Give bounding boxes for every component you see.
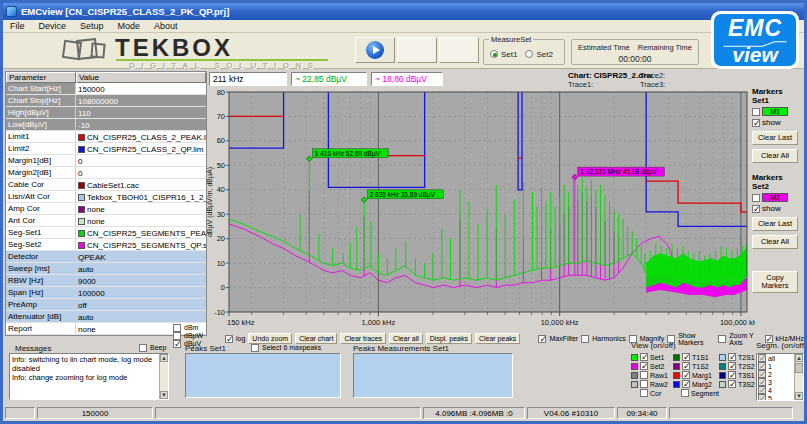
beep-checkbox-row[interactable]: Beep: [139, 344, 166, 351]
select-maxpeaks-row[interactable]: Select 6 maxpeaks: [251, 344, 321, 351]
parameter-row[interactable]: Amp Cornone: [6, 203, 206, 215]
view-toggle-set1[interactable]: Set1: [631, 353, 673, 361]
checkbox[interactable]: [682, 362, 690, 370]
segments-listbox[interactable]: all12345 ▲ ▼: [756, 353, 804, 401]
checkbox[interactable]: [752, 194, 760, 202]
view-toggle-set2[interactable]: Set2: [631, 362, 673, 370]
parameter-row[interactable]: Chart Stop[Hz]108000000: [6, 95, 206, 107]
parameter-row[interactable]: RBW [Hz]9000: [6, 275, 206, 287]
checkbox[interactable]: [752, 205, 760, 213]
log-checkbox-row[interactable]: log: [225, 335, 245, 342]
view-toggle-t2s2[interactable]: T2S2: [719, 362, 751, 370]
menu-item-device[interactable]: Device: [32, 21, 74, 31]
parameter-value[interactable]: auto: [76, 311, 206, 322]
parameter-row[interactable]: Ant Cornone: [6, 215, 206, 227]
peaks-measurements-listbox[interactable]: [353, 353, 513, 398]
parameter-value[interactable]: auto: [76, 263, 206, 274]
view-toggle-t3s2[interactable]: T3S2: [719, 380, 751, 388]
parameter-row[interactable]: Margin1[dB]0: [6, 155, 206, 167]
chart-option-maxfilter[interactable]: MaxFilter: [538, 335, 578, 342]
checkbox[interactable]: [640, 362, 648, 370]
peaks-set1-listbox[interactable]: [185, 353, 341, 398]
checkbox[interactable]: [640, 371, 648, 379]
displ-peaks-button[interactable]: Displ. peaks: [426, 333, 472, 344]
checkbox[interactable]: [728, 371, 736, 379]
view-toggle-segment[interactable]: Segment: [673, 389, 719, 397]
markers-set1-clear-all-button[interactable]: Clear All: [752, 149, 798, 163]
checkbox[interactable]: [682, 371, 690, 379]
title-bar[interactable]: EMCview [CN_CISPR25_CLASS_2_PK_QP.prj]: [3, 3, 804, 20]
parameter-value[interactable]: CN_CISPR25_CLASS_2_QP.lim: [76, 143, 206, 154]
parameter-value[interactable]: Tekbox_TBOH01_CISPR16_1_2_A_B.lsc: [76, 191, 206, 202]
parameter-value[interactable]: QPEAK: [76, 251, 206, 262]
checkbox[interactable]: [640, 389, 648, 397]
checkbox[interactable]: [728, 380, 736, 388]
parameter-row[interactable]: Margin2[dB]0: [6, 167, 206, 179]
checkbox[interactable]: [640, 380, 648, 388]
menu-item-file[interactable]: File: [3, 21, 32, 31]
radio-set1[interactable]: Set1: [490, 50, 517, 59]
parameter-value[interactable]: 0: [76, 167, 206, 178]
start-measurement-button[interactable]: [355, 37, 395, 63]
clear-chart-button[interactable]: Clear chart: [295, 333, 337, 344]
radio-set2[interactable]: Set2: [525, 50, 552, 59]
stop-button[interactable]: [439, 37, 479, 63]
view-toggle-t2s1[interactable]: T2S1: [719, 353, 751, 361]
checkbox[interactable]: [682, 353, 690, 361]
parameter-value[interactable]: none: [76, 203, 206, 214]
parameter-value[interactable]: 150000: [76, 83, 206, 94]
copy-markers-button[interactable]: Copy Markers: [752, 271, 798, 293]
parameter-value[interactable]: 110: [76, 107, 206, 118]
messages-listbox[interactable]: Info: switching to lin chart mode, log m…: [9, 353, 169, 400]
parameter-row[interactable]: Seg-Set2CN_CISPR25_SEGMENTS_QP.seg: [6, 239, 206, 251]
checkbox[interactable]: [581, 335, 589, 343]
scroll-up-icon[interactable]: ▲: [160, 354, 168, 362]
checkbox[interactable]: [173, 340, 181, 348]
parameter-row[interactable]: Limit1CN_CISPR25_CLASS_2_PEAK.lim: [6, 131, 206, 143]
view-toggle-t3s1[interactable]: T3S1: [719, 371, 751, 379]
markers-set2-clear-last-button[interactable]: Clear Last: [752, 217, 798, 231]
checkbox[interactable]: [225, 335, 233, 343]
marker-set2-row[interactable]: M2: [752, 193, 807, 202]
parameter-row[interactable]: High[dBµV]110: [6, 107, 206, 119]
menu-item-mode[interactable]: Mode: [111, 21, 148, 31]
parameter-value[interactable]: CN_CISPR25_CLASS_2_PEAK.lim: [76, 131, 206, 142]
beep-checkbox[interactable]: [139, 344, 147, 352]
view-toggle-marg1[interactable]: Marg1: [673, 371, 719, 379]
segments-scrollbar[interactable]: ▲ ▼: [794, 354, 803, 400]
markers-set2-clear-all-button[interactable]: Clear All: [752, 235, 798, 249]
markers-set1-clear-last-button[interactable]: Clear Last: [752, 131, 798, 145]
checkbox[interactable]: [682, 380, 690, 388]
parameter-value[interactable]: CableSet1.cac: [76, 179, 206, 190]
pause-button[interactable]: [397, 37, 437, 63]
parameter-value[interactable]: 9000: [76, 275, 206, 286]
scroll-down-icon[interactable]: ▼: [160, 391, 168, 399]
marker-set1-row[interactable]: M1: [752, 107, 807, 116]
clear-all-button[interactable]: Clear all: [389, 333, 423, 344]
view-toggle-t1s1[interactable]: T1S1: [673, 353, 719, 361]
parameter-row[interactable]: Seg-Set1CN_CISPR25_SEGMENTS_PEAK.seg: [6, 227, 206, 239]
parameter-value[interactable]: 100000: [76, 287, 206, 298]
parameter-value[interactable]: CN_CISPR25_SEGMENTS_PEAK.seg: [76, 227, 206, 238]
undo-zoom-button[interactable]: Undo zoom: [248, 333, 292, 344]
scroll-up-icon[interactable]: ▲: [795, 354, 803, 362]
checkbox[interactable]: [728, 353, 736, 361]
chart-option-harmonics[interactable]: Harmonics: [581, 335, 625, 342]
spectrum-chart[interactable]: 80706050403020100-10150 kHz1,000 kHz10,0…: [203, 85, 755, 333]
parameter-row[interactable]: Attenuator [dB]auto: [6, 311, 206, 323]
parameter-row[interactable]: Lisn/Att CorTekbox_TBOH01_CISPR16_1_2_A_…: [6, 191, 206, 203]
checkbox[interactable]: [752, 108, 760, 116]
menu-item-setup[interactable]: Setup: [73, 21, 111, 31]
parameter-row[interactable]: Limit2CN_CISPR25_CLASS_2_QP.lim: [6, 143, 206, 155]
menu-item-about[interactable]: About: [147, 21, 185, 31]
parameter-row[interactable]: Cable CorCableSet1.cac: [6, 179, 206, 191]
checkbox[interactable]: [538, 335, 546, 343]
parameter-row[interactable]: Span [Hz]100000: [6, 287, 206, 299]
checkbox[interactable]: [640, 353, 648, 361]
checkbox[interactable]: [173, 324, 181, 332]
checkbox[interactable]: [752, 119, 760, 127]
view-toggle-marg2[interactable]: Marg2: [673, 380, 719, 388]
unit-checkbox-dbm[interactable]: dBm: [173, 324, 203, 331]
markers-set1-show-row[interactable]: show: [752, 118, 807, 127]
parameter-row[interactable]: Sweep [ms]auto: [6, 263, 206, 275]
